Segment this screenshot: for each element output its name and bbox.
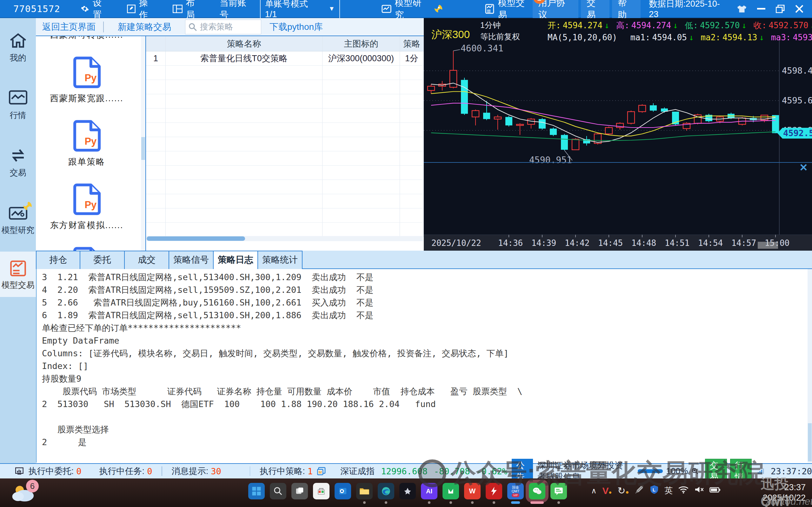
zoom-slider[interactable] <box>638 469 663 473</box>
task-view-icon[interactable] <box>291 483 308 499</box>
close-subpanel-icon[interactable]: ✕ <box>799 162 808 173</box>
table-row-empty[interactable] <box>146 209 424 223</box>
empty-cell <box>400 180 424 194</box>
game-app-icon[interactable] <box>399 483 416 499</box>
ma60-line <box>431 132 775 140</box>
wps-icon[interactable]: W <box>464 483 481 499</box>
flash-app-icon[interactable] <box>486 483 502 499</box>
model-research-icon <box>381 3 392 14</box>
tray-wifi-icon[interactable] <box>679 486 689 496</box>
menu-settings[interactable]: 设置 <box>80 0 110 21</box>
sidebar-item-home[interactable]: 我的 <box>0 24 36 70</box>
file-explorer-icon[interactable] <box>356 483 373 499</box>
table-row-empty[interactable] <box>146 151 424 166</box>
tray-volume-muted-icon[interactable] <box>694 486 704 496</box>
empty-cell <box>146 223 166 237</box>
ma20-line <box>431 103 775 127</box>
candlestick-chart[interactable]: 4598.4634595.6464592.8294600.3414590.951… <box>424 18 812 250</box>
empty-cell <box>323 194 400 208</box>
table-row-empty[interactable] <box>146 194 424 209</box>
table-header-index <box>146 36 166 51</box>
file-item[interactable]: Py <box>36 245 138 250</box>
scrollbar-thumb[interactable] <box>141 137 145 160</box>
taskbar-weather-widget[interactable]: 6 <box>11 482 37 503</box>
table-row-empty[interactable] <box>146 66 424 80</box>
tray-shield-icon[interactable]: L <box>650 485 659 497</box>
tab-5[interactable]: 策略日志 <box>214 250 258 270</box>
outlook-icon[interactable] <box>335 483 351 499</box>
store-icon[interactable] <box>313 483 329 499</box>
model-window-icon[interactable]: M <box>317 465 326 477</box>
download-python-button[interactable]: 下载python库 <box>270 21 323 33</box>
tray-pen-icon[interactable] <box>635 485 644 497</box>
exec-tasks-status: 执行中任务:0 <box>99 465 152 477</box>
file-list-scrollbar[interactable] <box>141 36 145 250</box>
empty-cell <box>323 151 400 165</box>
file-item[interactable]: Py 西蒙斯聚宽跟...... <box>36 55 138 104</box>
restore-button[interactable] <box>772 3 789 15</box>
file-item[interactable]: Py 东方财富模拟...... <box>36 182 138 231</box>
tray-v-app-icon[interactable]: V● <box>602 486 612 496</box>
tray-chevron-up-icon[interactable]: ∧ <box>591 486 597 495</box>
edge-icon[interactable] <box>378 483 394 499</box>
qmt-app-icon[interactable]: 国金QMTVIP <box>507 483 524 499</box>
rocket-icon <box>21 201 33 214</box>
table-row[interactable]: 1 索普量化日线T0交策略 沪深300(000300) 1分 <box>146 51 424 66</box>
nav-model-trading[interactable]: 模型交易 1 <box>484 0 533 21</box>
sidebar-item-quotes[interactable]: 行情 <box>0 82 36 127</box>
nav-model-research[interactable]: 模型研究 <box>381 0 443 21</box>
file-item[interactable]: Py 跟单策略 <box>36 119 138 168</box>
tray-input-language[interactable]: 英 <box>664 485 673 496</box>
file-item[interactable]: Py 西蒙斯可转债...... <box>36 36 138 41</box>
tab-4[interactable]: 策略信号 <box>169 250 214 269</box>
minimize-button[interactable] <box>753 3 769 15</box>
kline-chart-panel[interactable]: 沪深300 1分钟 等比前复权 开:4594.274↓ 高:4594.274↓ … <box>424 18 812 250</box>
table-horizontal-scrollbar[interactable] <box>147 236 423 241</box>
strategy-search-box[interactable] <box>185 20 261 34</box>
start-icon[interactable] <box>248 483 265 499</box>
index-quote[interactable]: 深证成指 12996.608 -80.708 -0.62% <box>340 465 507 477</box>
scrollbar-thumb[interactable] <box>147 236 245 241</box>
menu-layout[interactable]: 布局 <box>173 0 203 21</box>
back-home-button[interactable]: 返回主页界面 <box>42 21 96 33</box>
sidebar-item-model-trading[interactable]: 模型交易 <box>0 251 36 297</box>
empty-cell <box>166 223 323 237</box>
new-strategy-button[interactable]: 新建策略交易 <box>118 21 171 33</box>
table-row-empty[interactable] <box>146 223 424 237</box>
table-row-empty[interactable] <box>146 123 424 137</box>
strategy-log-output[interactable]: 3 1.21 索普ATR日线固定网格,sell,513400.SH,300,1.… <box>36 269 812 463</box>
scrollbar-thumb[interactable] <box>808 423 812 461</box>
taskbar-clock[interactable]: 23:37 2025/10/22 <box>761 482 806 503</box>
tab-6[interactable]: 策略统计 <box>258 250 303 269</box>
table-row-empty[interactable] <box>146 80 424 94</box>
message-status[interactable]: 消息提示:30 <box>172 465 221 477</box>
table-row-empty[interactable] <box>146 180 424 194</box>
tab-1[interactable]: 持仓 <box>36 250 80 269</box>
search-input[interactable] <box>200 22 254 32</box>
tab-3[interactable]: 成交 <box>125 250 169 269</box>
green-app-icon[interactable] <box>442 483 459 499</box>
search-icon[interactable] <box>270 483 286 499</box>
table-row-empty[interactable] <box>146 109 424 123</box>
close-button[interactable] <box>791 3 808 15</box>
sidebar-item-model-research[interactable]: 模型研究 <box>0 197 36 242</box>
sidebar-item-trade[interactable]: 交易 <box>0 139 36 185</box>
empty-cell <box>146 66 166 79</box>
magnifier-plus-icon[interactable] <box>692 466 699 476</box>
table-row-empty[interactable] <box>146 166 424 180</box>
empty-cell <box>146 123 166 137</box>
table-row-empty[interactable] <box>146 94 424 109</box>
skin-icon[interactable] <box>734 3 750 15</box>
tab-2[interactable]: 委托 <box>80 250 125 269</box>
messages-icon[interactable] <box>550 483 567 499</box>
tray-sync-icon[interactable]: ↻● <box>617 485 629 496</box>
log-scrollbar[interactable] <box>808 269 812 463</box>
empty-cell <box>323 66 400 79</box>
ai-app-icon[interactable]: AI <box>421 483 437 499</box>
tray-battery-icon[interactable] <box>709 486 720 496</box>
table-row-empty[interactable] <box>146 137 424 151</box>
bottom-tab-bar: 持仓委托成交策略信号策略日志策略统计 <box>36 250 812 269</box>
wechat-icon[interactable] <box>529 483 545 499</box>
exec-strategies-count: 1 <box>308 466 313 476</box>
menu-operation[interactable]: 操作 <box>127 0 157 21</box>
